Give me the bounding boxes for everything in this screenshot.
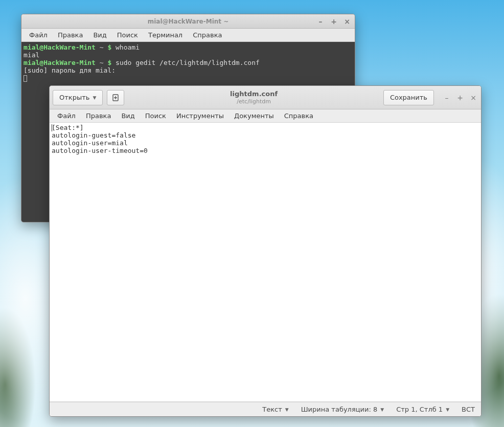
gedit-subtitle: /etc/lightdm: [128, 98, 379, 105]
gedit-title-wrap: lightdm.conf /etc/lightdm: [128, 90, 379, 105]
minimize-button[interactable]: –: [316, 17, 325, 26]
status-language-label: Текст: [262, 406, 282, 413]
editor-line: autologin-user-timeout=0: [52, 147, 148, 154]
gedit-title: lightdm.conf: [128, 90, 379, 98]
gedit-window-controls: – + ×: [442, 93, 478, 102]
editor-line: autologin-guest=false: [52, 131, 135, 139]
prompt-path: ~: [96, 59, 107, 66]
status-insert-label: ВСТ: [462, 406, 475, 413]
sudo-prompt: [sudo] пароль для mial:: [24, 66, 116, 74]
status-cursor-label: Стр 1, Стлб 1: [396, 406, 443, 413]
gedit-menubar: Файл Правка Вид Поиск Инструменты Докуме…: [50, 109, 481, 123]
gedit-statusbar: Текст ▼ Ширина табуляции: 8 ▼ Стр 1, Стл…: [50, 402, 481, 416]
terminal-menubar: Файл Правка Вид Поиск Терминал Справка: [21, 29, 355, 42]
open-button[interactable]: Открыть ▼: [53, 90, 103, 105]
save-button[interactable]: Сохранить: [383, 90, 434, 105]
gedit-editor[interactable]: [Seat:*] autologin-guest=false autologin…: [50, 123, 481, 402]
terminal-title: mial@HackWare-Mint ~: [148, 18, 229, 25]
close-button[interactable]: ×: [469, 93, 478, 102]
menu-file[interactable]: Файл: [53, 110, 80, 121]
menu-tools[interactable]: Инструменты: [172, 110, 228, 121]
menu-file[interactable]: Файл: [25, 30, 52, 40]
minimize-button[interactable]: –: [442, 93, 451, 102]
status-tab-width-label: Ширина табуляции: 8: [301, 406, 378, 413]
output-whoami: mial: [24, 51, 39, 59]
menu-view[interactable]: Вид: [88, 30, 111, 40]
close-button[interactable]: ×: [342, 17, 352, 26]
editor-line: autologin-user=mial: [52, 139, 128, 147]
save-button-label: Сохранить: [390, 94, 427, 101]
menu-view[interactable]: Вид: [117, 110, 139, 121]
status-cursor-position[interactable]: Стр 1, Стлб 1 ▼: [396, 406, 449, 413]
menu-help[interactable]: Справка: [280, 110, 318, 121]
open-button-label: Открыть: [59, 94, 89, 101]
status-insert-mode: ВСТ: [462, 406, 475, 413]
terminal-titlebar[interactable]: mial@HackWare-Mint ~ – + ×: [21, 14, 355, 29]
cmd-sudo-gedit: sudo gedit /etc/lightdm/lightdm.conf: [116, 59, 260, 66]
prompt-symbol: $: [107, 59, 111, 66]
terminal-window-controls: – + ×: [316, 14, 352, 28]
menu-search[interactable]: Поиск: [112, 30, 143, 40]
prompt-symbol: $: [107, 43, 111, 51]
chevron-down-icon: ▼: [446, 407, 449, 412]
terminal-cursor: [24, 75, 27, 82]
prompt-path: ~: [96, 43, 107, 51]
menu-edit[interactable]: Правка: [53, 30, 87, 40]
status-language[interactable]: Текст ▼: [262, 406, 288, 413]
chevron-down-icon: ▼: [380, 407, 384, 412]
chevron-down-icon: ▼: [93, 95, 96, 100]
menu-documents[interactable]: Документы: [230, 110, 279, 121]
editor-line: [Seat:*]: [52, 124, 84, 131]
new-tab-button[interactable]: [107, 90, 124, 105]
gedit-headerbar[interactable]: Открыть ▼ lightdm.conf /etc/lightdm Сохр…: [50, 86, 481, 109]
new-document-icon: [111, 94, 120, 102]
prompt-user-host: mial@HackWare-Mint: [24, 43, 96, 51]
menu-terminal[interactable]: Терминал: [144, 30, 187, 40]
gedit-window: Открыть ▼ lightdm.conf /etc/lightdm Сохр…: [49, 85, 482, 417]
menu-help[interactable]: Справка: [188, 30, 226, 40]
maximize-button[interactable]: +: [455, 93, 465, 102]
menu-search[interactable]: Поиск: [141, 110, 171, 121]
chevron-down-icon: ▼: [285, 407, 289, 412]
prompt-user-host: mial@HackWare-Mint: [24, 59, 96, 66]
status-tab-width[interactable]: Ширина табуляции: 8 ▼: [301, 406, 384, 413]
menu-edit[interactable]: Правка: [81, 110, 116, 121]
cmd-whoami: whoami: [116, 43, 140, 51]
maximize-button[interactable]: +: [329, 17, 338, 26]
